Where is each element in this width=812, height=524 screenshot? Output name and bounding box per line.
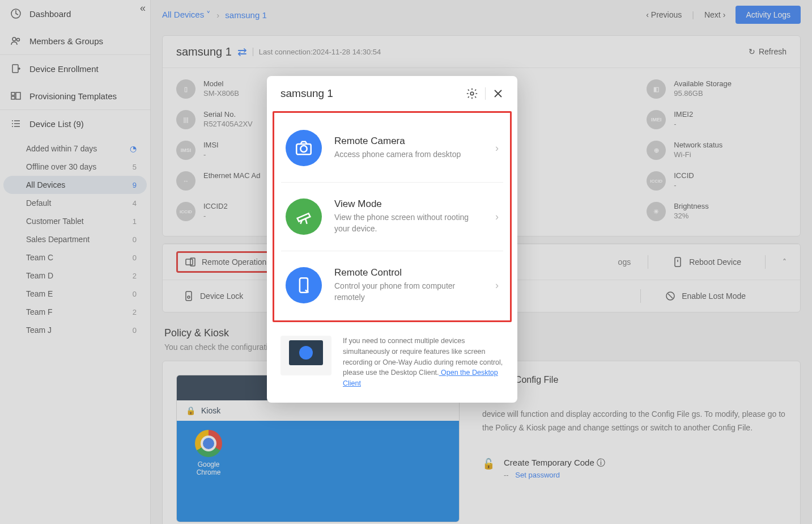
option-remote-control[interactable]: Remote ControlControl your phone from co… bbox=[281, 251, 503, 319]
close-icon[interactable] bbox=[492, 88, 504, 99]
desktop-client-illustration bbox=[280, 336, 331, 375]
option-view-mode[interactable]: View ModeView the phone screen without r… bbox=[281, 183, 503, 251]
camera-icon bbox=[286, 130, 322, 166]
svg-point-15 bbox=[300, 146, 307, 152]
modal-options-highlight: Remote CameraAccess phone camera from de… bbox=[273, 111, 512, 322]
phone-control-icon bbox=[286, 267, 322, 303]
modal-footer: If you need to connect multiple devices … bbox=[267, 322, 517, 403]
settings-icon[interactable] bbox=[466, 87, 478, 100]
chevron-right-icon: › bbox=[495, 211, 499, 223]
chevron-right-icon: › bbox=[495, 280, 499, 291]
remote-operation-modal: samsung 1 Remote CameraAccess phone came… bbox=[267, 76, 517, 403]
telescope-icon bbox=[286, 198, 322, 235]
svg-point-13 bbox=[470, 92, 474, 95]
modal-title: samsung 1 bbox=[280, 87, 459, 100]
option-remote-camera[interactable]: Remote CameraAccess phone camera from de… bbox=[281, 114, 503, 183]
chevron-right-icon: › bbox=[495, 142, 499, 154]
